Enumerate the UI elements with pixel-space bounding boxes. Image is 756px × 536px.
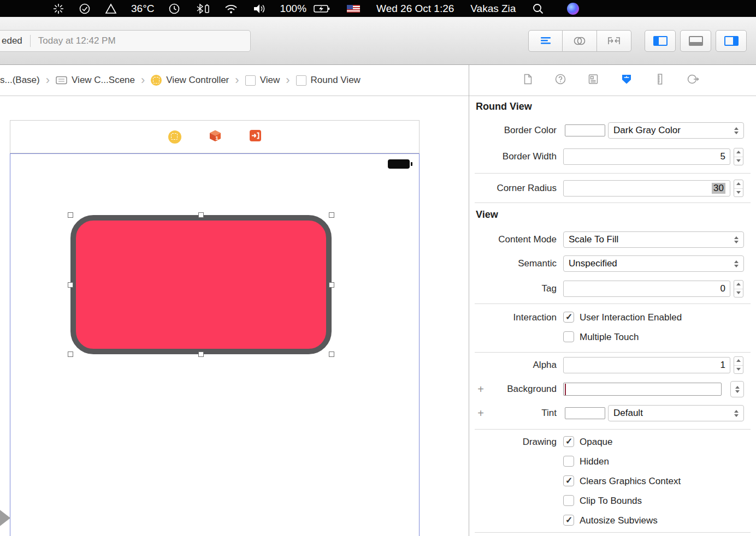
popup-chevrons-icon	[731, 260, 743, 267]
size-inspector-tab-icon[interactable]	[654, 73, 666, 88]
border-color-well[interactable]	[565, 124, 605, 136]
selection-handle-bottom-right[interactable]	[329, 352, 334, 357]
selection-handle-top-left[interactable]	[68, 212, 73, 218]
interface-builder-canvas[interactable]: 1	[0, 96, 469, 536]
scene-icon	[56, 76, 67, 85]
content-mode-value: Scale To Fill	[569, 234, 618, 245]
background-color-well[interactable]	[563, 383, 722, 396]
semantic-label: Semantic	[469, 255, 557, 272]
activity-separator	[30, 35, 31, 47]
scene-dock: 1	[10, 120, 420, 153]
semantic-row: Semantic Unspecified	[469, 255, 756, 272]
menubar-temperature[interactable]: 36°C	[131, 3, 154, 15]
tag-stepper[interactable]	[734, 280, 743, 297]
version-editor-button[interactable]	[597, 30, 631, 52]
border-width-stepper[interactable]	[734, 148, 743, 165]
view-controller-dock-icon[interactable]	[168, 130, 181, 144]
clip-to-bounds-checkbox[interactable]	[563, 495, 574, 506]
selection-handle-top-middle[interactable]	[198, 212, 204, 218]
debug-area-icon	[689, 36, 703, 46]
attributes-inspector-tab-icon[interactable]	[620, 73, 633, 88]
tint-color-well[interactable]	[565, 407, 605, 419]
corner-radius-value: 30	[712, 183, 725, 194]
border-width-field[interactable]: 5	[563, 148, 730, 165]
wifi-icon[interactable]	[224, 3, 238, 14]
first-responder-cube-icon[interactable]: 1	[209, 129, 222, 145]
clock-history-icon[interactable]	[168, 3, 180, 15]
menubar-username[interactable]: Vakas Zia	[470, 3, 516, 15]
multiple-touch-checkbox[interactable]	[563, 331, 574, 342]
breadcrumb-scene-label: View C...Scene	[72, 75, 135, 86]
opaque-checkbox[interactable]	[563, 436, 574, 447]
simulated-status-bar-battery	[388, 159, 410, 169]
us-flag-icon[interactable]	[347, 5, 360, 13]
selection-handle-middle-right[interactable]	[329, 282, 334, 288]
debug-area-toggle[interactable]	[680, 30, 711, 52]
tint-row: + Tint Default	[469, 404, 756, 422]
tint-popup[interactable]: Default	[608, 405, 744, 421]
selection-handle-top-right[interactable]	[329, 212, 334, 218]
content-mode-popup[interactable]: Scale To Fill	[563, 231, 744, 248]
popup-chevrons-icon	[731, 127, 743, 134]
breadcrumb-round-view-label: Round View	[311, 75, 361, 86]
alpha-value: 1	[720, 360, 725, 371]
google-drive-icon[interactable]	[105, 3, 117, 14]
selection-handle-bottom-left[interactable]	[68, 352, 73, 357]
background-popup-button[interactable]	[730, 381, 744, 397]
breadcrumb-chevron-icon	[141, 74, 145, 86]
background-label: Background	[469, 380, 557, 398]
storyboard-entry-arrow[interactable]	[0, 507, 10, 529]
breadcrumb-view-controller[interactable]: View Controller	[151, 75, 229, 86]
multiple-touch-row: Multiple Touch	[469, 329, 756, 346]
identity-inspector-tab-icon[interactable]	[587, 73, 599, 88]
clears-graphics-context-checkbox[interactable]	[563, 475, 574, 486]
alpha-field[interactable]: 1	[563, 357, 730, 373]
breadcrumb-view[interactable]: View	[245, 75, 280, 86]
breadcrumb-round-view[interactable]: Round View	[296, 75, 361, 86]
autosize-subviews-checkbox[interactable]	[563, 515, 574, 526]
standard-editor-button[interactable]	[528, 30, 563, 52]
check-circle-icon[interactable]	[79, 3, 91, 15]
selection-handle-middle-left[interactable]	[68, 282, 73, 288]
semantic-popup[interactable]: Unspecified	[563, 255, 744, 272]
battery-charging-icon[interactable]	[313, 3, 330, 14]
selection-handle-bottom-middle[interactable]	[198, 352, 204, 357]
tag-row: Tag 0	[469, 280, 756, 297]
autosize-subviews-label: Autosize Subviews	[580, 513, 658, 529]
tag-field[interactable]: 0	[563, 281, 730, 297]
bluetooth-battery-icon[interactable]	[194, 3, 210, 15]
siri-icon[interactable]	[567, 3, 579, 15]
alpha-stepper[interactable]	[734, 356, 743, 374]
navigator-panel-toggle[interactable]	[645, 30, 676, 52]
popup-chevrons-icon	[731, 410, 743, 417]
exit-segue-icon[interactable]	[249, 129, 262, 144]
breadcrumb-base[interactable]: s...(Base)	[0, 75, 40, 86]
menubar-battery-percent[interactable]: 100%	[280, 3, 306, 15]
menubar-datetime[interactable]: Wed 26 Oct 1:26	[376, 3, 454, 15]
border-width-label: Border Width	[469, 148, 557, 165]
round-view-shape[interactable]	[70, 215, 332, 354]
quick-help-tab-icon[interactable]	[554, 73, 566, 88]
svg-text:1: 1	[215, 135, 218, 141]
content-mode-row: Content Mode Scale To Fill	[469, 231, 756, 248]
breadcrumb-scene[interactable]: View C...Scene	[56, 75, 135, 86]
search-icon[interactable]	[532, 3, 544, 15]
popup-chevrons-icon	[731, 236, 743, 243]
semantic-value: Unspecified	[569, 258, 617, 269]
border-width-row: Border Width 5	[469, 148, 756, 165]
corner-radius-stepper[interactable]	[734, 180, 743, 197]
corner-radius-field[interactable]: 30	[563, 180, 730, 196]
file-inspector-tab-icon[interactable]	[522, 73, 534, 88]
utilities-panel-toggle[interactable]	[716, 30, 747, 52]
connections-inspector-tab-icon[interactable]	[687, 73, 700, 88]
tag-value: 0	[720, 283, 725, 294]
section-divider	[475, 429, 751, 430]
activity-status-time: Today at 12:42 PM	[38, 35, 116, 46]
screenshot-crosshair-icon[interactable]	[52, 3, 64, 15]
assistant-editor-button[interactable]	[563, 30, 597, 52]
user-interaction-enabled-checkbox[interactable]	[563, 312, 574, 323]
volume-icon[interactable]	[252, 3, 265, 14]
hidden-checkbox[interactable]	[563, 456, 574, 467]
border-color-popup[interactable]: Dark Gray Color	[608, 122, 744, 139]
clears-graphics-context-label: Clears Graphics Context	[580, 473, 681, 490]
